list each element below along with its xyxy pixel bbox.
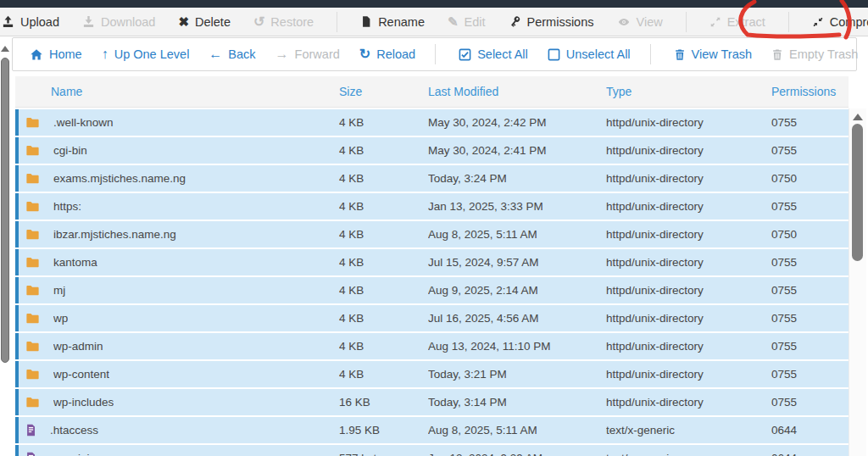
- navigation-toolbar: Home ↑ Up One Level ← Back → Forward ↻ R…: [12, 37, 857, 71]
- file-name: .well-known: [53, 116, 114, 129]
- nav-toolbar-button[interactable]: View Trash: [674, 47, 752, 61]
- table-row[interactable]: wp-content 4 KB Today, 3:21 PM httpd/uni…: [15, 361, 849, 387]
- folder-icon: [25, 395, 41, 409]
- download-icon: [82, 15, 95, 28]
- nav-toolbar-button[interactable]: → Forward: [275, 47, 340, 61]
- file-size: 577 bytes: [339, 452, 428, 456]
- file-name: wp-includes: [53, 396, 114, 409]
- nav-toolbar-button-label: View Trash: [692, 47, 752, 61]
- file-permissions: 0750: [771, 172, 849, 185]
- nav-toolbar-button[interactable]: ← Back: [209, 47, 255, 61]
- column-header-size[interactable]: Size: [339, 85, 428, 98]
- file-name: https:: [53, 200, 81, 213]
- table-row[interactable]: cgi-bin 4 KB May 30, 2024, 2:41 PM httpd…: [15, 137, 849, 164]
- home-icon: [30, 48, 43, 61]
- view-icon: [617, 16, 631, 28]
- file-permissions: 0755: [771, 368, 849, 381]
- nav-toolbar-button[interactable]: Empty Trash: [771, 47, 858, 61]
- toolbar-divider: [788, 12, 789, 32]
- back-icon: ←: [209, 47, 222, 61]
- toolbar-button[interactable]: Download: [82, 15, 156, 29]
- delete-icon: ✖: [178, 15, 189, 28]
- toolbar-button-label: View: [637, 15, 663, 29]
- table-row[interactable]: .htaccess 1.95 KB Aug 8, 2025, 5:11 AM t…: [15, 417, 849, 443]
- file-permissions: 0755: [771, 200, 849, 213]
- nav-toolbar-button[interactable]: Unselect All: [548, 47, 631, 61]
- nav-toolbar-button-label: Unselect All: [566, 47, 631, 61]
- file-permissions: 0644: [771, 424, 849, 437]
- nav-toolbar-button[interactable]: Select All: [459, 47, 528, 61]
- nav-toolbar-button-label: Up One Level: [114, 47, 190, 61]
- toolbar-button[interactable]: View: [617, 15, 663, 29]
- toolbar-button-label: Rename: [378, 15, 425, 29]
- scroll-up-icon[interactable]: [853, 114, 863, 120]
- table-row[interactable]: wp 4 KB Jul 16, 2025, 4:56 AM httpd/unix…: [15, 305, 849, 331]
- table-row[interactable]: ibzar.mjstiches.name.ng 4 KB Aug 8, 2025…: [15, 221, 849, 247]
- toolbar-button-label: Download: [101, 15, 156, 29]
- file-name: wp: [53, 312, 68, 325]
- folder-icon: [25, 115, 41, 130]
- toolbar-divider: [650, 44, 651, 64]
- table-row[interactable]: mj 4 KB Aug 9, 2025, 2:14 AM httpd/unix-…: [15, 277, 849, 303]
- file-size: 16 KB: [339, 396, 428, 409]
- table-row[interactable]: https: 4 KB Jan 13, 2025, 3:33 PM httpd/…: [15, 193, 849, 220]
- column-header-type[interactable]: Type: [606, 85, 771, 98]
- table-row[interactable]: kantoma 4 KB Jul 15, 2024, 9:57 AM httpd…: [15, 249, 849, 275]
- file-permissions: 0755: [771, 340, 849, 353]
- table-row[interactable]: wp-includes 16 KB Today, 3:14 PM httpd/u…: [15, 389, 849, 415]
- file-permissions: 0755: [771, 312, 849, 325]
- forward-icon: →: [275, 47, 289, 61]
- nav-toolbar-button[interactable]: Home: [30, 47, 82, 61]
- toolbar-button[interactable]: ✎ Edit: [448, 15, 486, 29]
- table-row[interactable]: exams.mjstiches.name.ng 4 KB Today, 3:24…: [15, 165, 849, 192]
- nav-toolbar-button[interactable]: ↑ Up One Level: [102, 47, 190, 61]
- nav-toolbar-button-label: Forward: [295, 47, 340, 61]
- file-type: httpd/unix-directory: [606, 312, 771, 325]
- file-last-modified: Today, 3:14 PM: [428, 396, 606, 409]
- file-permissions: 0750: [771, 228, 849, 241]
- left-scrollbar-thumb[interactable]: [1, 58, 9, 363]
- file-type: httpd/unix-directory: [606, 368, 771, 381]
- toolbar-button[interactable]: ↺ Restore: [253, 15, 314, 29]
- toolbar-button[interactable]: Rename: [360, 15, 425, 29]
- nav-toolbar-button[interactable]: ↻ Reload: [359, 47, 415, 61]
- file-list-scrollbar[interactable]: [849, 108, 866, 456]
- toolbar-button[interactable]: Permissions: [509, 15, 594, 29]
- column-header-permissions[interactable]: Permissions: [771, 85, 849, 98]
- toolbar-button-label: Edit: [465, 15, 486, 29]
- column-header-name[interactable]: Name: [15, 85, 339, 98]
- folder-icon: [25, 311, 41, 325]
- file-type: httpd/unix-directory: [606, 200, 771, 213]
- toolbar-button-label: Permissions: [527, 15, 594, 29]
- toolbar-button[interactable]: Compress: [812, 15, 868, 29]
- column-header-last-modified[interactable]: Last Modified: [428, 85, 606, 98]
- folder-icon: [25, 339, 41, 353]
- nav-toolbar-button-label: Reload: [376, 47, 415, 61]
- folder-icon: [25, 171, 41, 186]
- table-row[interactable]: wp-admin 4 KB Aug 13, 2024, 11:10 PM htt…: [15, 333, 849, 359]
- file-name: kantoma: [53, 256, 97, 269]
- table-row[interactable]: .well-known 4 KB May 30, 2024, 2:42 PM h…: [15, 109, 849, 136]
- nav-toolbar-button-label: Select All: [477, 47, 528, 61]
- file-type: httpd/unix-directory: [606, 284, 771, 297]
- folder-icon: [25, 199, 41, 214]
- file-permissions: 0755: [771, 144, 849, 157]
- nav-toolbar-button-label: Back: [228, 47, 255, 61]
- nav-toolbar-button-label: Home: [49, 47, 82, 61]
- file-permissions: 0755: [771, 284, 849, 297]
- toolbar-button[interactable]: Extract: [709, 15, 765, 29]
- toolbar-button[interactable]: ✖ Delete: [178, 15, 231, 29]
- table-row[interactable]: .user.ini 577 bytes Jun 12, 2024, 9:39 A…: [15, 445, 849, 456]
- file-list-scrollbar-thumb[interactable]: [852, 124, 863, 261]
- left-scrollbar[interactable]: [0, 37, 11, 456]
- scroll-up-icon[interactable]: [1, 46, 9, 52]
- upload-icon: [2, 15, 14, 28]
- file-type: httpd/unix-directory: [606, 396, 771, 409]
- restore-icon: ↺: [253, 15, 264, 29]
- up-icon: ↑: [102, 47, 108, 61]
- toolbar-divider: [337, 12, 337, 32]
- toolbar-button[interactable]: Upload: [2, 15, 59, 29]
- select-all-icon: [459, 48, 471, 61]
- file-last-modified: Today, 3:24 PM: [428, 172, 606, 185]
- file-icon: [25, 423, 37, 437]
